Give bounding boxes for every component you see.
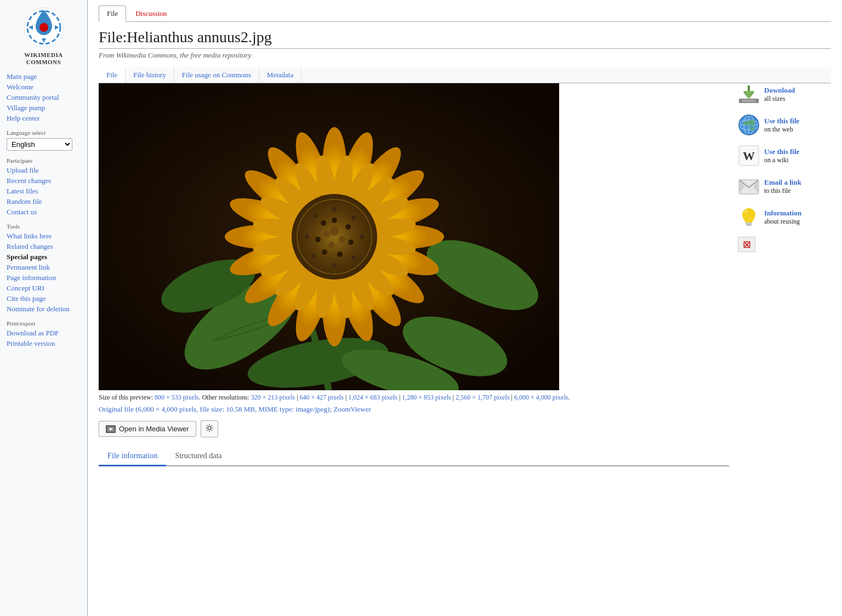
svg-point-72 bbox=[330, 227, 339, 236]
file-tab-file[interactable]: File bbox=[99, 67, 126, 83]
info-bulb-icon bbox=[738, 206, 760, 228]
tools-section: Tools What links here Related changes Sp… bbox=[7, 223, 81, 313]
download-icon bbox=[738, 83, 760, 105]
wikipedia-icon-container: W bbox=[738, 145, 760, 167]
use-wiki-title[interactable]: Use this file bbox=[764, 147, 799, 156]
svg-point-66 bbox=[360, 235, 364, 239]
open-media-viewer-button[interactable]: Open in Media Viewer bbox=[99, 421, 196, 437]
tab-discussion[interactable]: Discussion bbox=[127, 5, 175, 21]
resolution-320[interactable]: 320 × 213 pixels bbox=[251, 393, 295, 401]
sidebar-item-village-pump[interactable]: Village pump bbox=[7, 104, 81, 112]
main-nav: Main page Welcome Community portal Villa… bbox=[7, 72, 81, 123]
svg-point-73 bbox=[339, 236, 345, 243]
bottom-tab-file-information[interactable]: File information bbox=[99, 447, 166, 466]
resolution-1280[interactable]: 1,280 × 853 pixels bbox=[402, 393, 451, 401]
sidebar-item-nominate-deletion[interactable]: Nominate for deletion bbox=[7, 305, 81, 313]
file-tab-metadata[interactable]: Metadata bbox=[259, 67, 301, 83]
svg-point-64 bbox=[332, 207, 337, 212]
image-caption: Size of this preview: 800 × 533 pixels. … bbox=[99, 393, 729, 402]
sidebar-item-cite-this-page[interactable]: Cite this page bbox=[7, 294, 81, 303]
info-icon-container bbox=[738, 206, 760, 228]
file-tabs: File File history File usage on Commons … bbox=[99, 67, 831, 83]
sidebar-item-contact-us[interactable]: Contact us bbox=[7, 208, 81, 216]
zoom-viewer-link[interactable]: ZoomViewer bbox=[333, 405, 371, 413]
svg-point-57 bbox=[332, 218, 337, 223]
right-panel: Download all sizes bbox=[738, 83, 831, 466]
info-title[interactable]: Information bbox=[764, 209, 801, 218]
right-panel-info: Information about reusing bbox=[738, 206, 831, 228]
svg-rect-81 bbox=[742, 100, 755, 102]
main-content: File Discussion File:Helianthus annuus2.… bbox=[88, 0, 842, 616]
sidebar: WIKIMEDIA COMMONS Main page Welcome Comm… bbox=[0, 0, 88, 616]
globe-icon-container bbox=[738, 114, 760, 136]
file-tab-history[interactable]: File history bbox=[126, 67, 174, 83]
page-title: File:Helianthus annuus2.jpg bbox=[99, 28, 831, 49]
email-icon bbox=[738, 175, 760, 197]
svg-point-67 bbox=[351, 255, 356, 260]
svg-point-62 bbox=[315, 237, 321, 242]
email-title[interactable]: Email a link bbox=[764, 178, 801, 187]
svg-rect-97 bbox=[746, 223, 752, 224]
sidebar-item-permanent-link[interactable]: Permanent link bbox=[7, 263, 81, 272]
resolution-1024[interactable]: 1,024 × 683 pixels bbox=[348, 393, 397, 401]
resolution-2560[interactable]: 2,560 × 1,707 pixels bbox=[456, 393, 509, 401]
svg-marker-85 bbox=[743, 91, 754, 98]
sidebar-item-page-information[interactable]: Page information bbox=[7, 273, 81, 282]
download-subtitle: all sizes bbox=[764, 95, 795, 103]
sidebar-item-concept-uri[interactable]: Concept URI bbox=[7, 284, 81, 293]
svg-text:W: W bbox=[743, 149, 755, 163]
sidebar-item-upload-file[interactable]: Upload file bbox=[7, 166, 81, 175]
wikimedia-commons-logo bbox=[22, 5, 66, 49]
tools-title: Tools bbox=[7, 223, 81, 230]
language-section: Language select English Deutsch Français… bbox=[7, 129, 81, 151]
svg-point-79 bbox=[208, 426, 211, 430]
resolution-640[interactable]: 640 × 427 pixels bbox=[300, 393, 344, 401]
bottom-tab-structured-data[interactable]: Structured data bbox=[166, 447, 230, 466]
use-web-title[interactable]: Use this file bbox=[764, 117, 799, 126]
sidebar-item-special-pages[interactable]: Special pages bbox=[7, 253, 81, 261]
sunflower-svg bbox=[99, 83, 559, 390]
sidebar-item-random-file[interactable]: Random file bbox=[7, 197, 81, 206]
image-area: Size of this preview: 800 × 533 pixels. … bbox=[99, 83, 831, 466]
sidebar-item-main-page[interactable]: Main page bbox=[7, 72, 81, 81]
sidebar-item-help-center[interactable]: Help center bbox=[7, 114, 81, 123]
page-subtitle: From Wikimedia Commons, the free media r… bbox=[99, 51, 831, 60]
language-dropdown[interactable]: English Deutsch Français Español bbox=[7, 138, 72, 151]
sidebar-item-related-changes[interactable]: Related changes bbox=[7, 242, 81, 251]
use-wiki-text: Use this file on a wiki bbox=[764, 147, 799, 164]
use-web-subtitle: on the web bbox=[764, 126, 799, 134]
media-viewer-icon bbox=[106, 425, 116, 433]
language-selector[interactable]: English Deutsch Français Español bbox=[7, 138, 81, 151]
settings-icon bbox=[206, 424, 213, 432]
original-file-link[interactable]: Original file (6,000 × 4,000 pixels, fil… bbox=[99, 405, 332, 413]
svg-point-59 bbox=[348, 239, 354, 245]
email-icon-container bbox=[738, 175, 760, 197]
use-web-text: Use this file on the web bbox=[764, 117, 799, 134]
page-tabs: File Discussion bbox=[99, 5, 831, 22]
language-section-title: Language select bbox=[7, 129, 81, 136]
svg-point-69 bbox=[311, 254, 316, 258]
file-tab-usage[interactable]: File usage on Commons bbox=[174, 67, 259, 83]
media-viewer-settings-button[interactable] bbox=[201, 420, 218, 437]
resolution-800[interactable]: 800 × 533 pixels bbox=[155, 393, 198, 401]
svg-point-65 bbox=[351, 215, 356, 220]
svg-point-58 bbox=[345, 224, 351, 230]
sidebar-item-recent-changes[interactable]: Recent changes bbox=[7, 176, 81, 185]
sidebar-item-what-links-here[interactable]: What links here bbox=[7, 232, 81, 241]
right-panel-broken: ⊠ bbox=[738, 237, 831, 259]
sidebar-item-latest-files[interactable]: Latest files bbox=[7, 187, 81, 196]
tab-file[interactable]: File bbox=[99, 5, 126, 22]
main-image[interactable] bbox=[99, 83, 559, 390]
email-text: Email a link to this file bbox=[764, 178, 801, 195]
participate-title: Participate bbox=[7, 157, 81, 164]
download-text: Download all sizes bbox=[764, 86, 795, 103]
sidebar-item-welcome[interactable]: Welcome bbox=[7, 83, 81, 92]
right-panel-email: Email a link to this file bbox=[738, 175, 831, 197]
broken-image-icon: ⊠ bbox=[738, 237, 755, 252]
sidebar-item-printable-version[interactable]: Printable version bbox=[7, 339, 81, 348]
resolution-6000[interactable]: 6,000 × 4,000 pixels bbox=[514, 393, 568, 401]
sidebar-item-download-pdf[interactable]: Download as PDF bbox=[7, 329, 81, 338]
svg-rect-98 bbox=[746, 224, 752, 226]
sidebar-item-community-portal[interactable]: Community portal bbox=[7, 93, 81, 102]
download-title[interactable]: Download bbox=[764, 86, 795, 95]
